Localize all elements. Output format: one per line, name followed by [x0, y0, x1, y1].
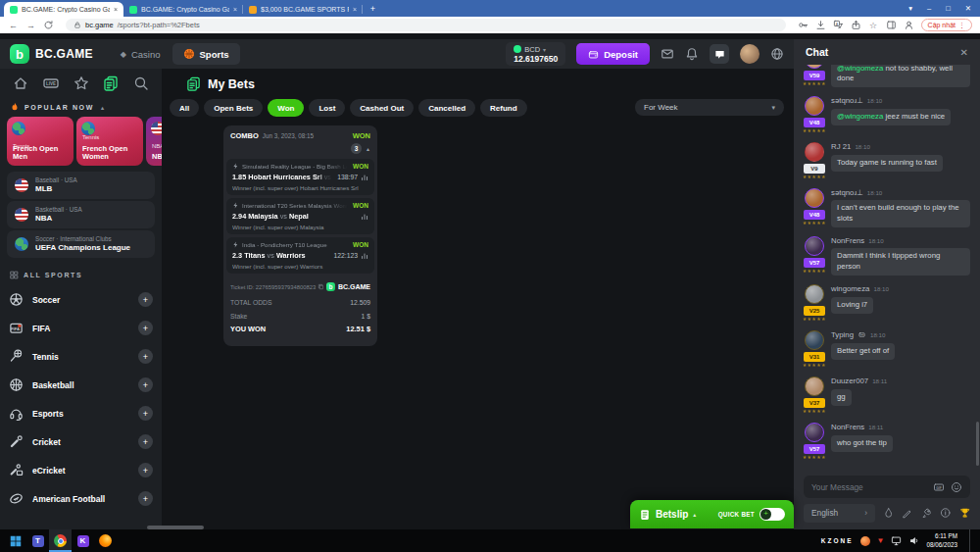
nav-casino[interactable]: ◆ Casino — [121, 49, 161, 60]
browser-update-button[interactable]: Cập nhật ⋮ — [921, 19, 972, 31]
wallet-balance[interactable]: BCD ▾ 12.6197650 — [506, 42, 565, 66]
expand-sport-button[interactable]: + — [138, 434, 153, 449]
chat-username[interactable]: Duuzer00718:11 — [831, 376, 970, 385]
avatar[interactable] — [805, 284, 824, 304]
stats-icon[interactable] — [361, 213, 368, 221]
avatar[interactable] — [805, 188, 824, 208]
sidebar-sport-football[interactable]: American Football+ — [0, 484, 162, 513]
sidebar-sport-cricket[interactable]: Cricket+ — [0, 427, 162, 456]
league-item[interactable]: Basketball · USANBA — [7, 201, 155, 228]
stats-icon[interactable] — [361, 252, 368, 260]
quick-bet-toggle[interactable]: + — [760, 508, 785, 521]
expand-sport-button[interactable]: + — [138, 463, 153, 477]
expand-sport-button[interactable]: + — [138, 377, 153, 392]
kebab-menu-icon[interactable]: ⋮ — [958, 22, 965, 29]
avatar[interactable] — [805, 236, 824, 256]
back-icon[interactable]: ← — [8, 20, 19, 30]
tab-close-icon[interactable]: × — [353, 6, 357, 13]
filter-tab-won[interactable]: Won — [268, 99, 304, 117]
chat-username[interactable]: RJ 2118:10 — [831, 142, 970, 151]
filter-tab-refund[interactable]: Refund — [480, 99, 527, 117]
browser-tab[interactable]: $3,000 BC.GAME SPORTS PARLA× — [243, 2, 363, 17]
network-icon[interactable] — [891, 535, 902, 546]
rules-icon[interactable] — [902, 507, 912, 519]
expand-sport-button[interactable]: + — [138, 491, 153, 506]
bcgame-logo-icon[interactable]: b — [10, 44, 29, 64]
league-item[interactable]: Baseball · USAMLB — [7, 172, 155, 199]
avatar[interactable] — [805, 423, 824, 442]
copy-icon[interactable] — [318, 283, 323, 290]
emoji-icon[interactable] — [951, 481, 962, 493]
betslip-button[interactable]: Betslip ▴ QUICK BET + — [630, 500, 794, 528]
chevron-down-icon[interactable]: ▾ — [908, 4, 912, 13]
sidebar-sport-fifa[interactable]: FIFAFIFA+ — [0, 314, 162, 342]
chat-toggle-button[interactable] — [710, 44, 729, 64]
favorites-star-icon[interactable] — [74, 75, 89, 91]
bookmark-star-icon[interactable]: ☆ — [868, 20, 879, 30]
messages-icon[interactable] — [661, 47, 674, 61]
tab-close-icon[interactable]: × — [114, 6, 118, 13]
globe-icon[interactable] — [770, 47, 784, 61]
taskbar-app-teams[interactable]: T — [26, 529, 49, 552]
filter-tab-lost[interactable]: Lost — [309, 99, 345, 117]
expand-sport-button[interactable]: + — [138, 292, 153, 307]
clock[interactable]: 6:11 PM 08/06/2023 — [926, 532, 957, 550]
gif-icon[interactable]: GIF — [933, 481, 945, 493]
volume-icon[interactable] — [908, 535, 919, 546]
reload-icon[interactable] — [43, 20, 54, 30]
download-arrow-icon[interactable]: ▼ — [877, 536, 885, 545]
avatar[interactable] — [740, 44, 760, 64]
browser-tab[interactable]: BC.GAME: Crypto Casino Games× — [123, 2, 243, 17]
avatar[interactable] — [805, 65, 824, 69]
filter-tab-cashed-out[interactable]: Cashed Out — [350, 99, 414, 117]
browser-tab[interactable]: BC.GAME: Crypto Casino Games× — [4, 2, 123, 17]
avatar[interactable] — [805, 142, 824, 162]
popular-card[interactable]: TennisFrench Open Women — [76, 117, 143, 166]
trophy-icon[interactable] — [959, 507, 970, 519]
chat-username[interactable]: NonFrens18:11 — [831, 423, 970, 431]
period-filter-dropdown[interactable]: For Week ▾ — [635, 99, 784, 116]
brand-wordmark[interactable]: BC.GAME — [35, 47, 93, 61]
start-button[interactable] — [4, 529, 26, 552]
bet-collapse-row[interactable]: 3 ▴ — [223, 143, 377, 159]
chat-scrollbar[interactable] — [976, 422, 979, 466]
show-desktop-button[interactable] — [969, 529, 973, 552]
mention-text[interactable]: @wingomeza — [837, 112, 883, 121]
rocket-icon[interactable] — [921, 507, 932, 519]
info-icon[interactable] — [940, 507, 951, 519]
save-icon[interactable] — [815, 20, 826, 30]
expand-sport-button[interactable]: + — [138, 349, 153, 364]
popular-card[interactable]: TennisFrench Open Men — [7, 117, 74, 166]
stats-icon[interactable] — [361, 174, 368, 181]
chat-username[interactable]: sətqnoɹ⊥18:10 — [831, 96, 970, 105]
side-panel-icon[interactable] — [886, 20, 897, 30]
mention-text[interactable]: @wingomeza — [837, 65, 883, 73]
forward-icon[interactable]: → — [25, 20, 36, 30]
tab-close-icon[interactable]: × — [233, 6, 237, 13]
chat-username[interactable]: wingomeza18:10 — [831, 284, 970, 293]
key-icon[interactable] — [798, 20, 808, 30]
sidebar-sport-esports[interactable]: Esports+ — [0, 399, 162, 427]
sidebar-sport-tennis[interactable]: Tennis+ — [0, 342, 162, 371]
rain-icon[interactable] — [883, 507, 894, 519]
chat-message-input[interactable] — [811, 482, 927, 492]
popular-card[interactable]: NBA 2NBA — [146, 117, 162, 166]
chat-username[interactable]: sətqnoɹ⊥18:10 — [831, 188, 970, 197]
nav-sports[interactable]: Sports — [172, 43, 240, 65]
taskbar-app-k[interactable]: K — [72, 529, 94, 552]
filter-tab-all[interactable]: All — [170, 99, 199, 117]
maximize-button[interactable]: □ — [946, 4, 951, 13]
notifications-bell-icon[interactable] — [685, 47, 699, 61]
chat-username[interactable]: NonFrens18:10 — [831, 236, 970, 245]
filter-tab-open-bets[interactable]: Open Bets — [204, 99, 263, 117]
tray-app-icon[interactable] — [860, 536, 870, 546]
league-item[interactable]: Soccer · International ClubsUEFA Champio… — [7, 230, 155, 258]
share-icon[interactable] — [851, 20, 861, 30]
live-icon[interactable]: LIVE — [43, 75, 59, 91]
minimize-button[interactable]: – — [927, 4, 931, 13]
my-bets-icon[interactable] — [103, 75, 119, 91]
language-selector[interactable]: English › — [804, 504, 875, 523]
expand-sport-button[interactable]: + — [138, 321, 153, 335]
close-icon[interactable]: ✕ — [960, 47, 968, 58]
sidebar-sport-ecricket[interactable]: eCricket+ — [0, 456, 162, 484]
